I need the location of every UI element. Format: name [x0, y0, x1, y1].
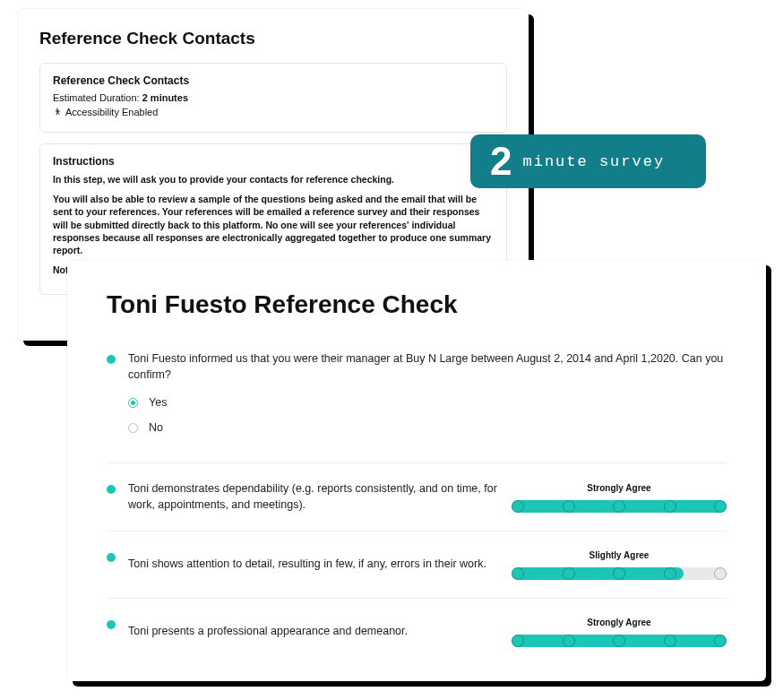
bullet-icon: [107, 553, 116, 562]
q2-text: Toni demonstrates dependability (e.g. re…: [128, 481, 499, 513]
bullet-icon: [107, 355, 116, 364]
q4-scale[interactable]: Strongly Agree: [512, 617, 727, 647]
accessibility-row: Accessibility Enabled: [53, 107, 494, 117]
q4-scale-label: Strongly Agree: [512, 617, 727, 629]
instructions-p1: In this step, we will ask you to provide…: [53, 173, 494, 186]
q2-scale-label: Strongly Agree: [512, 482, 727, 495]
q4-text: Toni presents a professional appearance …: [128, 624, 499, 640]
q1-text: Toni Fuesto informed us that you were th…: [128, 351, 727, 383]
duration-value: 2 minutes: [142, 92, 188, 103]
badge-text: minute survey: [522, 153, 665, 170]
q1-no-label: No: [149, 420, 163, 436]
duration-row: Estimated Duration: 2 minutes: [53, 92, 494, 103]
q1-option-yes[interactable]: Yes: [128, 395, 727, 411]
question-4: Toni presents a professional appearance …: [107, 617, 727, 647]
instructions-title: Instructions: [53, 155, 494, 168]
accessibility-icon: [53, 108, 62, 117]
q3-scale[interactable]: Slightly Agree: [512, 549, 727, 580]
question-3: Toni shows attention to detail, resultin…: [107, 549, 727, 599]
svg-point-0: [56, 108, 58, 110]
back-title: Reference Check Contacts: [39, 29, 507, 48]
question-2: Toni demonstrates dependability (e.g. re…: [107, 481, 727, 531]
badge-number: 2: [490, 142, 512, 181]
q1-yes-label: Yes: [149, 395, 167, 411]
bullet-icon: [107, 485, 116, 494]
q2-scale[interactable]: Strongly Agree: [512, 482, 727, 513]
meta-title: Reference Check Contacts: [53, 74, 494, 87]
duration-label: Estimated Duration:: [53, 92, 140, 103]
q3-text: Toni shows attention to detail, resultin…: [128, 557, 499, 573]
radio-selected-icon: [128, 398, 138, 408]
meta-box: Reference Check Contacts Estimated Durat…: [39, 63, 507, 133]
instructions-p2: You will also be able to review a sample…: [53, 193, 494, 256]
q3-scale-label: Slightly Agree: [512, 549, 727, 562]
reference-check-card: Toni Fuesto Reference Check Toni Fuesto …: [67, 260, 766, 681]
q1-option-no[interactable]: No: [128, 420, 727, 436]
bullet-icon: [107, 620, 116, 629]
question-1: Toni Fuesto informed us that you were th…: [107, 351, 727, 463]
radio-unselected-icon: [128, 423, 138, 433]
front-title: Toni Fuesto Reference Check: [107, 290, 727, 319]
accessibility-label: Accessibility Enabled: [65, 107, 158, 117]
duration-badge: 2 minute survey: [470, 134, 706, 188]
